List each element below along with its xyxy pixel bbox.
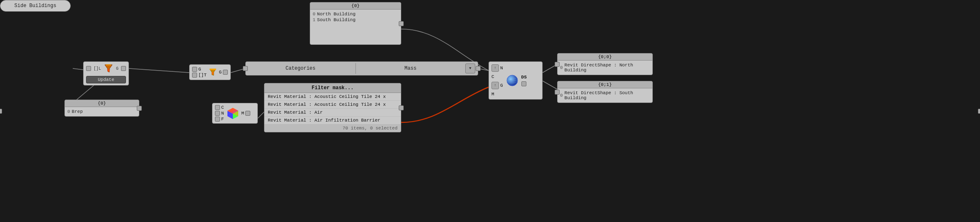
svg-rect-9	[106, 64, 111, 66]
categories-left-label: Categories	[246, 63, 356, 74]
list-label-1: South Building	[317, 17, 355, 22]
categories-right-label: Mass	[356, 63, 466, 74]
ds-n-label: N	[500, 66, 503, 71]
custom-node-left-port[interactable]	[86, 66, 91, 71]
list-item-0: 0 North Building	[313, 11, 398, 17]
categories-node: Categories Mass ▼	[245, 61, 478, 76]
output-top-header: {0;0}	[558, 54, 652, 61]
output-top-label: Revit DirectShape : North Building	[565, 63, 650, 73]
svg-line-3	[129, 68, 189, 73]
brep-index-0: 0	[67, 109, 70, 114]
filter-mask-item-2[interactable]: Revit Material : Air	[264, 109, 401, 117]
g-filter-label-t: []T	[198, 73, 207, 78]
g-filter-label-g: G	[198, 67, 201, 72]
custom-node-right-port-top[interactable]	[121, 66, 126, 71]
custom-node-ll-label: []L	[94, 66, 101, 71]
list-node: {0} 0 North Building 1 South Building	[310, 2, 401, 45]
output-bottom-item: 0 Revit DirectShape : South Building	[560, 90, 650, 101]
rgb-cube-icon	[226, 106, 240, 120]
output-bottom-node: {0;1} 0 Revit DirectShape : South Buildi…	[557, 81, 653, 103]
list-item-1: 1 South Building	[313, 17, 398, 23]
ds-m-label: M	[491, 92, 494, 97]
list-index-1: 1	[313, 17, 316, 22]
brep-node: {0} 0 Brep	[64, 100, 139, 117]
side-buildings-node[interactable]: Side Buildings	[0, 0, 71, 12]
material-left-ports: C N F	[215, 105, 224, 122]
ds-port-n-row: ↑ N	[491, 64, 503, 72]
categories-right-port[interactable]	[476, 66, 481, 71]
g-filter-row-g: G	[192, 67, 207, 72]
filter-mask-item-0[interactable]: Revit Material : Acoustic Ceiling Tile 2…	[264, 93, 401, 101]
material-port-c[interactable]	[215, 105, 220, 110]
filter-funnel-icon	[208, 66, 217, 78]
svg-rect-12	[210, 69, 216, 70]
categories-dropdown[interactable]: ▼	[465, 63, 475, 73]
ds-node-inner: ↑ N C ↑ G M	[489, 62, 542, 99]
output-top-node: {0;0} 0 Revit DirectShape : North Buildi…	[557, 53, 653, 75]
output-top-item: 0 Revit DirectShape : North Building	[560, 62, 650, 73]
material-port-f[interactable]	[215, 117, 220, 122]
custom-node-g-label: G	[116, 66, 118, 71]
dropdown-arrow-icon: ▼	[469, 66, 471, 71]
output-top-index: 0	[560, 65, 563, 70]
brep-item-0: 0 Brep	[67, 109, 136, 115]
material-label-c: C	[221, 105, 224, 110]
categories-left-port[interactable]	[243, 66, 248, 71]
material-port-n[interactable]	[215, 111, 220, 116]
filter-mask-footer: 70 items, 0 selected	[264, 124, 401, 132]
output-bottom-content: 0 Revit DirectShape : South Building	[558, 88, 652, 102]
material-label-n: N	[221, 111, 224, 116]
ds-right-port[interactable]	[521, 81, 526, 86]
output-bottom-header: {0;1}	[558, 81, 652, 88]
g-filter-right-port[interactable]	[223, 70, 228, 75]
brep-right-port[interactable]	[137, 106, 142, 111]
ds-port-g-row: ↑ G	[491, 82, 503, 89]
g-filter-row-t: []T	[192, 73, 207, 78]
ds-port-m-row: M	[491, 92, 503, 97]
material-node-inner: C N F	[212, 103, 257, 123]
list-node-right-port[interactable]	[399, 21, 404, 26]
filter-mask-item-3[interactable]: Revit Material : Air Infiltration Barrie…	[264, 117, 401, 124]
up-arrow-icon: ↑	[494, 66, 496, 70]
filter-mask-item-1[interactable]: Revit Material : Acoustic Ceiling Tile 2…	[264, 101, 401, 109]
list-node-header: {0}	[310, 2, 401, 10]
material-row-c: C	[215, 105, 224, 110]
g-filter-right: G	[219, 70, 228, 75]
output-bottom-label: Revit DirectShape : South Building	[565, 90, 650, 100]
update-button[interactable]: Update	[86, 76, 126, 83]
side-buildings-left-port[interactable]	[0, 109, 2, 114]
side-buildings-right-port[interactable]	[978, 109, 980, 114]
material-row-n: N	[215, 111, 224, 116]
material-label-f: F	[221, 117, 224, 122]
material-row-f: F	[215, 117, 224, 122]
output-bottom-left-port[interactable]	[555, 90, 560, 95]
brep-node-header: {0}	[65, 100, 139, 107]
brep-label-0: Brep	[72, 109, 83, 114]
ds-sphere-icon	[506, 74, 519, 87]
ds-node: ↑ N C ↑ G M	[489, 61, 543, 100]
ds-c-label: C	[491, 74, 494, 79]
list-node-content: 0 North Building 1 South Building	[310, 10, 401, 44]
output-top-content: 0 Revit DirectShape : North Building	[558, 61, 652, 75]
brep-node-content: 0 Brep	[65, 107, 139, 116]
list-label-0: North Building	[317, 12, 355, 17]
ds-upload-icon-g[interactable]: ↑	[491, 82, 499, 89]
g-filter-port-t[interactable]	[192, 73, 197, 78]
g-filter-node: G []T G	[189, 64, 231, 80]
g-filter-inner: G []T G	[190, 65, 230, 80]
material-right-port[interactable]	[245, 111, 250, 116]
ds-upload-icon-n[interactable]: ↑	[491, 64, 499, 72]
ds-left-ports: ↑ N C ↑ G M	[491, 64, 503, 97]
g-filter-port-g[interactable]	[192, 67, 197, 72]
svg-marker-10	[107, 69, 110, 72]
up-arrow-icon-g: ↑	[494, 83, 496, 88]
g-filter-left-ports: G []T	[192, 67, 207, 78]
output-top-left-port[interactable]	[555, 62, 560, 67]
filter-mask-header: Filter mask...	[264, 83, 401, 93]
output-bottom-index: 0	[560, 93, 563, 98]
svg-line-2	[73, 68, 83, 70]
filter-mask-right-port[interactable]	[399, 105, 404, 110]
ds-g-label: G	[500, 83, 503, 88]
custom-node-top: []L G	[84, 62, 128, 75]
material-node: C N F	[212, 103, 258, 124]
